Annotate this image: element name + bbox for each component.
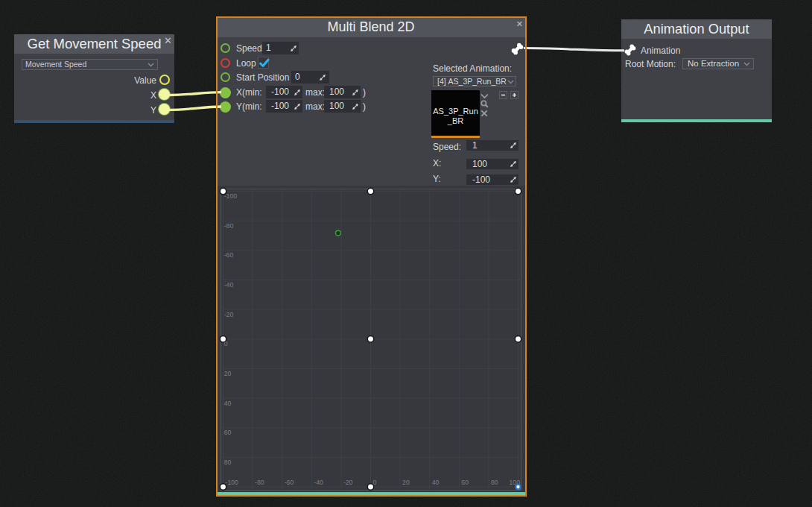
svg-text:80: 80 <box>224 458 232 465</box>
svg-text:20: 20 <box>224 369 232 377</box>
svg-text:-100: -100 <box>226 479 239 486</box>
svg-text:-80: -80 <box>224 221 234 229</box>
svg-text:40: 40 <box>224 399 232 406</box>
svg-text:-80: -80 <box>255 479 264 486</box>
svg-text:-20: -20 <box>224 310 234 318</box>
svg-text:-40: -40 <box>224 280 234 288</box>
svg-text:-60: -60 <box>224 251 234 259</box>
svg-text:80: 80 <box>491 479 498 486</box>
svg-text:-60: -60 <box>285 479 294 486</box>
svg-text:40: 40 <box>432 479 440 486</box>
svg-text:60: 60 <box>461 479 469 486</box>
svg-text:60: 60 <box>224 429 232 436</box>
svg-text:20: 20 <box>402 479 410 486</box>
svg-text:-40: -40 <box>314 479 323 486</box>
svg-text:-20: -20 <box>343 479 353 486</box>
